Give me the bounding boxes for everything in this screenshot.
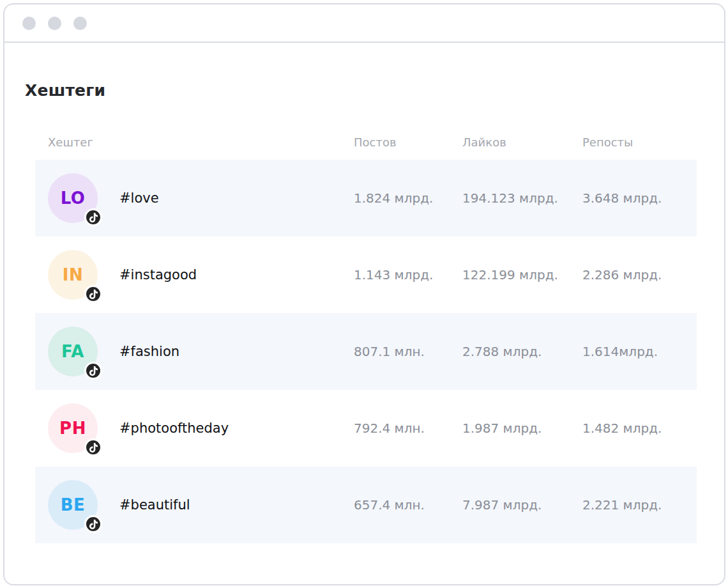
tiktok-icon [84,285,102,303]
table-row[interactable]: IN #instagood 1.143 млрд. 122.199 млрд. … [35,236,697,313]
hashtag-label: #love [119,190,159,206]
hashtag-label: #photooftheday [119,421,229,436]
table-row[interactable]: FA #fashion 807.1 млн. 2.788 млрд. 1.614… [35,313,697,390]
hashtag-cell: PH #photooftheday [48,403,354,453]
tiktok-icon [84,515,102,533]
tiktok-icon [84,438,102,456]
table-row[interactable]: LO #love 1.824 млрд. 194.123 млрд. 3.648… [35,160,697,236]
tiktok-icon [84,362,102,380]
reposts-value: 1.482 млрд. [582,421,684,436]
table-header-row: Хештег Постов Лайков Репосты [35,124,697,160]
avatar-wrap: BE [48,480,98,530]
avatar-wrap: FA [48,327,98,376]
column-header-hashtag: Хештег [48,135,354,149]
table-row[interactable]: BE #beautiful 657.4 млн. 7.987 млрд. 2.2… [35,467,697,543]
avatar-wrap: LO [48,173,98,223]
reposts-value: 3.648 млрд. [582,190,684,206]
hashtag-cell: LO #love [48,173,354,223]
reposts-value: 2.286 млрд. [582,267,684,282]
window-control-dot[interactable] [73,17,87,30]
column-header-reposts: Репосты [582,135,684,149]
likes-value: 122.199 млрд. [462,267,582,282]
posts-value: 1.143 млрд. [354,267,462,282]
page-title: Хештеги [25,81,724,100]
window-titlebar [4,4,724,43]
posts-value: 1.824 млрд. [354,190,462,206]
hashtag-label: #fashion [119,344,179,359]
hashtag-label: #instagood [119,267,197,282]
hashtag-label: #beautiful [119,497,190,513]
reposts-value: 2.221 млрд. [582,497,684,513]
reposts-value: 1.614млрд. [582,344,684,359]
hashtag-cell: FA #fashion [48,327,354,376]
hashtags-table: Хештег Постов Лайков Репосты LO #love 1.… [4,124,724,543]
likes-value: 7.987 млрд. [462,497,582,513]
table-row[interactable]: PH #photooftheday 792.4 млн. 1.987 млрд.… [35,390,697,467]
window-control-dot[interactable] [48,17,61,30]
hashtag-cell: IN #instagood [48,250,354,300]
posts-value: 792.4 млн. [354,421,462,436]
window-control-dot[interactable] [22,17,36,30]
browser-window: Хештеги Хештег Постов Лайков Репосты LO [3,3,725,585]
posts-value: 657.4 млн. [354,497,462,513]
posts-value: 807.1 млн. [354,344,462,359]
likes-value: 2.788 млрд. [462,344,582,359]
tiktok-icon [84,208,102,226]
column-header-posts: Постов [354,135,462,149]
likes-value: 194.123 млрд. [462,190,582,206]
hashtag-cell: BE #beautiful [48,480,354,530]
page-content: Хештеги Хештег Постов Лайков Репосты LO [4,81,724,543]
likes-value: 1.987 млрд. [462,421,582,436]
column-header-likes: Лайков [462,135,582,149]
avatar-wrap: PH [48,403,98,453]
avatar-wrap: IN [48,250,98,300]
